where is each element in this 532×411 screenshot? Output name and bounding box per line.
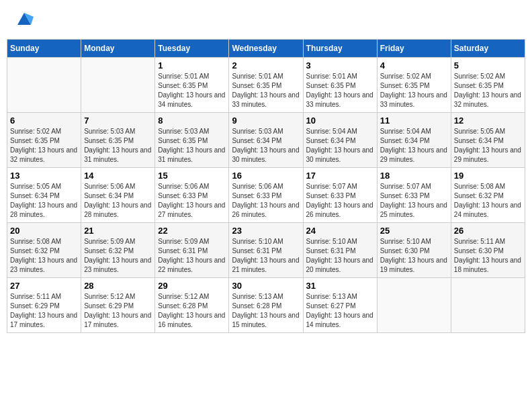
day-number: 12 bbox=[454, 116, 522, 126]
day-number: 1 bbox=[158, 60, 226, 71]
day-info: Sunrise: 5:02 AMSunset: 6:35 PMDaylight:… bbox=[10, 127, 78, 165]
day-info: Sunrise: 5:02 AMSunset: 6:35 PMDaylight:… bbox=[380, 72, 448, 109]
day-number: 23 bbox=[232, 226, 300, 236]
day-info: Sunrise: 5:04 AMSunset: 6:34 PMDaylight:… bbox=[306, 127, 374, 165]
calendar-week-row: 27Sunrise: 5:11 AMSunset: 6:29 PMDayligh… bbox=[7, 278, 525, 333]
day-info: Sunrise: 5:01 AMSunset: 6:35 PMDaylight:… bbox=[232, 72, 300, 109]
day-number: 7 bbox=[84, 116, 152, 126]
header-friday: Friday bbox=[377, 40, 451, 58]
header-wednesday: Wednesday bbox=[229, 40, 303, 58]
day-number: 10 bbox=[306, 116, 374, 126]
header-sunday: Sunday bbox=[7, 40, 81, 58]
calendar-cell bbox=[377, 278, 451, 333]
day-info: Sunrise: 5:02 AMSunset: 6:35 PMDaylight:… bbox=[454, 72, 522, 109]
calendar-cell: 28Sunrise: 5:12 AMSunset: 6:29 PMDayligh… bbox=[81, 278, 155, 333]
calendar-cell: 7Sunrise: 5:03 AMSunset: 6:35 PMDaylight… bbox=[81, 113, 155, 168]
calendar-cell: 17Sunrise: 5:07 AMSunset: 6:33 PMDayligh… bbox=[303, 168, 377, 223]
calendar-cell bbox=[81, 58, 155, 113]
day-number: 14 bbox=[84, 171, 152, 181]
day-info: Sunrise: 5:06 AMSunset: 6:34 PMDaylight:… bbox=[84, 182, 152, 220]
calendar-cell: 16Sunrise: 5:06 AMSunset: 6:33 PMDayligh… bbox=[229, 168, 303, 223]
header-monday: Monday bbox=[81, 40, 155, 58]
calendar-cell: 6Sunrise: 5:02 AMSunset: 6:35 PMDaylight… bbox=[7, 113, 81, 168]
day-info: Sunrise: 5:11 AMSunset: 6:30 PMDaylight:… bbox=[454, 237, 522, 275]
day-info: Sunrise: 5:04 AMSunset: 6:34 PMDaylight:… bbox=[380, 127, 448, 165]
day-info: Sunrise: 5:07 AMSunset: 6:33 PMDaylight:… bbox=[380, 182, 448, 220]
calendar-table: SundayMondayTuesdayWednesdayThursdayFrid… bbox=[7, 39, 525, 333]
calendar-cell: 19Sunrise: 5:08 AMSunset: 6:32 PMDayligh… bbox=[451, 168, 525, 223]
day-info: Sunrise: 5:13 AMSunset: 6:27 PMDaylight:… bbox=[306, 292, 374, 330]
calendar-cell: 25Sunrise: 5:10 AMSunset: 6:30 PMDayligh… bbox=[377, 223, 451, 278]
day-info: Sunrise: 5:12 AMSunset: 6:28 PMDaylight:… bbox=[158, 292, 226, 330]
calendar-header-row: SundayMondayTuesdayWednesdayThursdayFrid… bbox=[7, 40, 525, 58]
calendar-cell bbox=[451, 278, 525, 333]
calendar-week-row: 6Sunrise: 5:02 AMSunset: 6:35 PMDaylight… bbox=[7, 113, 525, 168]
day-number: 8 bbox=[158, 116, 226, 126]
calendar-cell: 18Sunrise: 5:07 AMSunset: 6:33 PMDayligh… bbox=[377, 168, 451, 223]
calendar-cell: 30Sunrise: 5:13 AMSunset: 6:28 PMDayligh… bbox=[229, 278, 303, 333]
calendar-cell: 23Sunrise: 5:10 AMSunset: 6:31 PMDayligh… bbox=[229, 223, 303, 278]
logo-icon bbox=[15, 10, 34, 29]
day-number: 20 bbox=[10, 226, 78, 236]
calendar-cell: 31Sunrise: 5:13 AMSunset: 6:27 PMDayligh… bbox=[303, 278, 377, 333]
day-info: Sunrise: 5:09 AMSunset: 6:32 PMDaylight:… bbox=[84, 237, 152, 275]
day-info: Sunrise: 5:10 AMSunset: 6:31 PMDaylight:… bbox=[306, 237, 374, 275]
calendar-cell: 10Sunrise: 5:04 AMSunset: 6:34 PMDayligh… bbox=[303, 113, 377, 168]
day-info: Sunrise: 5:10 AMSunset: 6:31 PMDaylight:… bbox=[232, 237, 300, 275]
day-number: 27 bbox=[10, 281, 78, 291]
day-number: 13 bbox=[10, 171, 78, 181]
calendar-cell bbox=[7, 58, 81, 113]
header-thursday: Thursday bbox=[303, 40, 377, 58]
logo bbox=[13, 10, 34, 29]
day-info: Sunrise: 5:13 AMSunset: 6:28 PMDaylight:… bbox=[232, 292, 300, 330]
calendar-cell: 15Sunrise: 5:06 AMSunset: 6:33 PMDayligh… bbox=[155, 168, 229, 223]
day-number: 24 bbox=[306, 226, 374, 236]
page-header bbox=[7, 7, 525, 32]
day-info: Sunrise: 5:05 AMSunset: 6:34 PMDaylight:… bbox=[10, 182, 78, 220]
calendar-cell: 4Sunrise: 5:02 AMSunset: 6:35 PMDaylight… bbox=[377, 58, 451, 113]
day-number: 6 bbox=[10, 116, 78, 126]
day-number: 21 bbox=[84, 226, 152, 236]
day-number: 22 bbox=[158, 226, 226, 236]
day-number: 28 bbox=[84, 281, 152, 291]
calendar-cell: 21Sunrise: 5:09 AMSunset: 6:32 PMDayligh… bbox=[81, 223, 155, 278]
day-info: Sunrise: 5:09 AMSunset: 6:31 PMDaylight:… bbox=[158, 237, 226, 275]
day-number: 2 bbox=[232, 60, 300, 71]
calendar-cell: 22Sunrise: 5:09 AMSunset: 6:31 PMDayligh… bbox=[155, 223, 229, 278]
calendar-week-row: 13Sunrise: 5:05 AMSunset: 6:34 PMDayligh… bbox=[7, 168, 525, 223]
day-number: 9 bbox=[232, 116, 300, 126]
calendar-cell: 11Sunrise: 5:04 AMSunset: 6:34 PMDayligh… bbox=[377, 113, 451, 168]
calendar-cell: 3Sunrise: 5:01 AMSunset: 6:35 PMDaylight… bbox=[303, 58, 377, 113]
calendar-cell: 29Sunrise: 5:12 AMSunset: 6:28 PMDayligh… bbox=[155, 278, 229, 333]
day-number: 15 bbox=[158, 171, 226, 181]
calendar-cell: 12Sunrise: 5:05 AMSunset: 6:34 PMDayligh… bbox=[451, 113, 525, 168]
calendar-cell: 20Sunrise: 5:08 AMSunset: 6:32 PMDayligh… bbox=[7, 223, 81, 278]
day-number: 26 bbox=[454, 226, 522, 236]
day-info: Sunrise: 5:07 AMSunset: 6:33 PMDaylight:… bbox=[306, 182, 374, 220]
day-info: Sunrise: 5:08 AMSunset: 6:32 PMDaylight:… bbox=[10, 237, 78, 275]
day-number: 11 bbox=[380, 116, 448, 126]
day-info: Sunrise: 5:03 AMSunset: 6:34 PMDaylight:… bbox=[232, 127, 300, 165]
calendar-week-row: 20Sunrise: 5:08 AMSunset: 6:32 PMDayligh… bbox=[7, 223, 525, 278]
day-info: Sunrise: 5:01 AMSunset: 6:35 PMDaylight:… bbox=[158, 72, 226, 109]
day-info: Sunrise: 5:06 AMSunset: 6:33 PMDaylight:… bbox=[232, 182, 300, 220]
header-saturday: Saturday bbox=[451, 40, 525, 58]
calendar-cell: 5Sunrise: 5:02 AMSunset: 6:35 PMDaylight… bbox=[451, 58, 525, 113]
day-number: 19 bbox=[454, 171, 522, 181]
day-info: Sunrise: 5:08 AMSunset: 6:32 PMDaylight:… bbox=[454, 182, 522, 220]
header-tuesday: Tuesday bbox=[155, 40, 229, 58]
day-info: Sunrise: 5:03 AMSunset: 6:35 PMDaylight:… bbox=[84, 127, 152, 165]
day-number: 16 bbox=[232, 171, 300, 181]
day-number: 31 bbox=[306, 281, 374, 291]
calendar-cell: 9Sunrise: 5:03 AMSunset: 6:34 PMDaylight… bbox=[229, 113, 303, 168]
day-number: 30 bbox=[232, 281, 300, 291]
day-number: 29 bbox=[158, 281, 226, 291]
day-number: 5 bbox=[454, 60, 522, 71]
day-number: 18 bbox=[380, 171, 448, 181]
calendar-cell: 26Sunrise: 5:11 AMSunset: 6:30 PMDayligh… bbox=[451, 223, 525, 278]
day-number: 3 bbox=[306, 60, 374, 71]
day-info: Sunrise: 5:01 AMSunset: 6:35 PMDaylight:… bbox=[306, 72, 374, 109]
calendar-cell: 27Sunrise: 5:11 AMSunset: 6:29 PMDayligh… bbox=[7, 278, 81, 333]
calendar-cell: 24Sunrise: 5:10 AMSunset: 6:31 PMDayligh… bbox=[303, 223, 377, 278]
day-info: Sunrise: 5:10 AMSunset: 6:30 PMDaylight:… bbox=[380, 237, 448, 275]
